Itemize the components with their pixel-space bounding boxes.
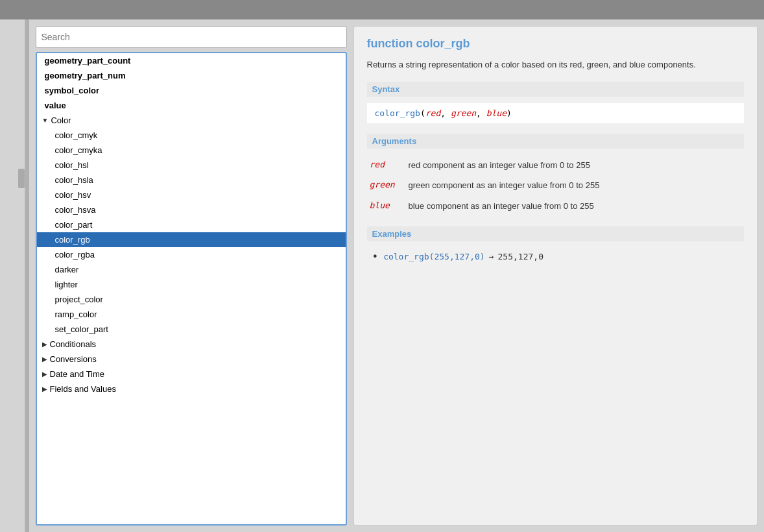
syntax-name: color_rgb [375,108,420,118]
arg-name-green: green [370,179,409,189]
arg-desc-green: green component as an integer value from… [409,179,742,192]
arg-desc-red: red component as an integer value from 0… [409,159,742,172]
tree-item-ramp-color[interactable]: ramp_color [37,307,346,322]
datetime-category-label: Date and Time [50,369,105,379]
arg-row-blue: blue blue component as an integer value … [367,196,745,217]
example-result: 255,127,0 [498,252,543,261]
arg-name-blue: blue [370,200,409,210]
conversions-arrow-icon: ▶ [42,356,47,363]
tree-item-darker[interactable]: darker [37,262,346,277]
main-container: geometry_part_count geometry_part_num sy… [29,19,765,532]
fields-values-category-label: Fields and Values [50,384,116,394]
tree-category-fields-values[interactable]: ▶ Fields and Values [37,381,346,396]
tree-item-color-rgb[interactable]: color_rgb [37,232,346,247]
example-arrow: → [489,252,494,261]
examples-header: Examples [367,226,745,241]
tree-panel: geometry_part_count geometry_part_num sy… [36,52,347,526]
syntax-open-paren: ( [420,108,425,118]
color-arrow-icon: ▼ [42,117,49,124]
tree-item-color-hsla[interactable]: color_hsla [37,173,346,187]
tree-category-datetime[interactable]: ▶ Date and Time [37,367,346,381]
tree-item-color-hsva[interactable]: color_hsva [37,202,346,217]
tree-category-conditionals[interactable]: ▶ Conditionals [37,337,346,352]
left-edge [0,19,25,532]
tree-item-geometry-part-num[interactable]: geometry_part_num [37,68,346,83]
scroll-thumb[interactable] [18,169,25,188]
right-panel: function color_rgb Returns a string repr… [353,26,758,526]
arg-desc-blue: blue component as an integer value from … [409,200,742,213]
syntax-param-green: green [451,108,476,118]
arg-row-red: red red component as an integer value fr… [367,155,745,176]
tree-item-color-part[interactable]: color_part [37,217,346,232]
conversions-category-label: Conversions [50,354,97,364]
syntax-param-red: red [425,108,440,118]
tree-item-color-rgba[interactable]: color_rgba [37,247,346,262]
tree-item-color-cmyka[interactable]: color_cmyka [37,143,346,158]
syntax-header: Syntax [367,82,745,97]
syntax-block: color_rgb(red, green, blue) [367,103,745,123]
syntax-close-paren: ) [507,108,512,118]
left-panel: geometry_part_count geometry_part_num sy… [36,26,347,526]
tree-item-color-hsv[interactable]: color_hsv [37,187,346,202]
examples-section: • color_rgb(255,127,0) → 255,127,0 [367,248,745,265]
tree-item-lighter[interactable]: lighter [37,277,346,292]
search-box-container [36,26,347,48]
search-input[interactable] [40,28,342,46]
tree-item-symbol-color[interactable]: symbol_color [37,83,346,98]
tree-item-set-color-part[interactable]: set_color_part [37,322,346,337]
function-description: Returns a string representation of a col… [367,58,745,71]
arguments-header: Arguments [367,134,745,149]
datetime-arrow-icon: ▶ [42,370,47,378]
tree-category-conversions[interactable]: ▶ Conversions [37,352,346,367]
tree-item-project-color[interactable]: project_color [37,292,346,307]
syntax-comma1: , [440,108,451,118]
syntax-param-blue: blue [486,108,507,118]
example-code: color_rgb(255,127,0) [383,252,485,261]
fields-values-arrow-icon: ▶ [42,385,47,393]
function-title: function color_rgb [367,37,745,51]
tree-item-geometry-part-count[interactable]: geometry_part_count [37,53,346,68]
arg-row-green: green green component as an integer valu… [367,175,745,196]
tree-item-value[interactable]: value [37,98,346,113]
conditionals-category-label: Conditionals [50,339,97,349]
color-category-label: Color [51,115,71,125]
example-bullet: • [372,250,379,263]
tree-item-color-cmyk[interactable]: color_cmyk [37,128,346,143]
top-bar [0,0,764,19]
tree-item-color-hsl[interactable]: color_hsl [37,158,346,173]
example-item-0: • color_rgb(255,127,0) → 255,127,0 [367,248,745,265]
arguments-table: red red component as an integer value fr… [367,155,745,217]
conditionals-arrow-icon: ▶ [42,341,47,348]
tree-category-color[interactable]: ▼ Color [37,113,346,128]
arg-name-red: red [370,159,409,169]
syntax-comma2: , [476,108,486,118]
